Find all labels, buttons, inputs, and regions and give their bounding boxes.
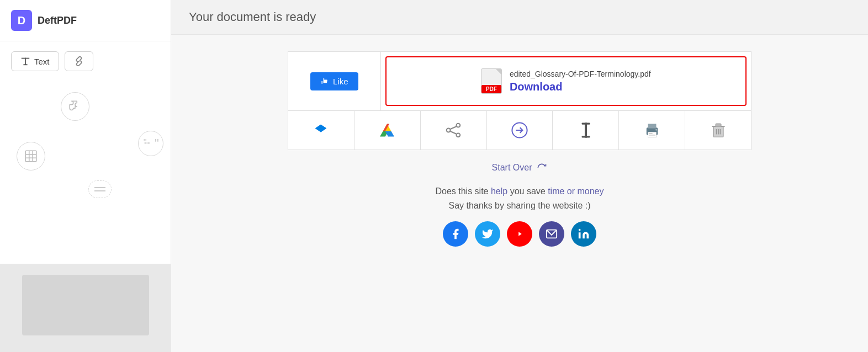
sidebar-tools: " " xyxy=(0,81,171,264)
download-info: edited_Glossary-Of-PDF-Terminology.pdf D… xyxy=(510,70,651,93)
svg-marker-40 xyxy=(518,232,522,236)
svg-rect-42 xyxy=(579,232,581,238)
compress-tool[interactable] xyxy=(553,111,619,150)
table-icon xyxy=(24,149,38,163)
main-content: Your document is ready Like PDF xyxy=(171,0,868,352)
twitter-share-button[interactable] xyxy=(475,221,500,247)
lines-tool[interactable] xyxy=(88,180,112,198)
thumbs-up-icon xyxy=(320,77,329,86)
link-tool-button[interactable] xyxy=(65,51,93,71)
page-title: Your document is ready xyxy=(189,10,316,24)
download-cell[interactable]: PDF edited_Glossary-Of-PDF-Terminology.p… xyxy=(385,56,747,106)
svg-text:": " xyxy=(144,137,147,147)
facebook-share-button[interactable] xyxy=(443,221,468,247)
logo-text: DeftPDF xyxy=(38,15,77,26)
pdf-page: PDF xyxy=(481,68,502,94)
youtube-icon xyxy=(514,228,526,240)
link-icon xyxy=(74,56,84,66)
toolbar-row: Text xyxy=(0,41,171,81)
help-highlight: help xyxy=(491,186,507,196)
svg-marker-12 xyxy=(315,125,326,132)
pdf-corner xyxy=(496,69,501,74)
email-icon xyxy=(546,228,558,240)
share-tool[interactable] xyxy=(421,111,487,150)
svg-rect-32 xyxy=(649,135,655,135)
share-icon xyxy=(444,121,463,140)
svg-point-43 xyxy=(579,229,581,231)
svg-point-18 xyxy=(457,124,461,127)
twitter-icon xyxy=(481,228,494,240)
start-over-row[interactable]: Start Over xyxy=(492,162,548,173)
linkedin-share-button[interactable] xyxy=(571,221,596,247)
table-tool[interactable] xyxy=(17,142,45,170)
dropbox-icon xyxy=(311,121,330,140)
like-button[interactable]: Like xyxy=(310,72,358,90)
dropbox-tool[interactable] xyxy=(288,111,354,150)
lines-icon xyxy=(93,185,107,194)
time-money-highlight: time or money xyxy=(548,186,604,196)
svg-rect-29 xyxy=(648,124,656,128)
puzzle-tool[interactable] xyxy=(61,92,89,121)
sidebar-bottom xyxy=(0,264,171,352)
svg-rect-25 xyxy=(585,122,587,137)
svg-rect-31 xyxy=(649,133,653,134)
logo-bar: D DeftPDF xyxy=(0,0,171,41)
pdf-file-icon: PDF xyxy=(481,68,502,94)
sidebar: D DeftPDF Text xyxy=(0,0,171,352)
text-tool-button[interactable]: Text xyxy=(11,51,59,71)
svg-rect-36 xyxy=(716,124,721,126)
linkedin-icon xyxy=(578,228,590,240)
send-icon xyxy=(510,121,529,140)
facebook-icon xyxy=(449,228,462,240)
message-section: Does this site help you save time or mon… xyxy=(435,184,604,212)
logo-icon: D xyxy=(11,10,32,31)
download-filename: edited_Glossary-Of-PDF-Terminology.pdf xyxy=(510,70,651,78)
compress-icon xyxy=(576,121,595,140)
text-icon xyxy=(20,56,30,66)
refresh-icon xyxy=(536,162,547,173)
trash-icon xyxy=(709,121,728,140)
download-label[interactable]: Download xyxy=(510,81,651,93)
social-row xyxy=(443,221,596,247)
sidebar-bottom-content xyxy=(22,275,149,335)
puzzle-icon xyxy=(68,99,82,114)
send-tool[interactable] xyxy=(487,111,553,150)
svg-point-20 xyxy=(457,133,461,137)
header-bar: Your document is ready xyxy=(171,0,868,35)
svg-rect-26 xyxy=(581,122,590,124)
content-area: Like PDF edited_Glossary-Of-PDF-Terminol… xyxy=(171,35,868,352)
print-icon xyxy=(643,121,661,140)
svg-rect-27 xyxy=(581,136,590,137)
message-line2: Say thanks by sharing the website :) xyxy=(435,199,604,213)
google-drive-icon xyxy=(378,121,396,140)
like-cell: Like xyxy=(288,52,381,110)
quote-icon: " xyxy=(142,137,155,150)
pdf-badge: PDF xyxy=(481,85,501,93)
delete-tool[interactable] xyxy=(685,111,751,150)
email-share-button[interactable] xyxy=(539,221,564,247)
svg-line-22 xyxy=(451,131,457,134)
tools-row xyxy=(288,110,751,150)
quote-tool[interactable]: " " xyxy=(138,131,163,156)
print-tool[interactable] xyxy=(619,111,685,150)
google-drive-tool[interactable] xyxy=(354,111,421,150)
svg-point-33 xyxy=(655,129,657,131)
svg-line-21 xyxy=(451,126,457,129)
message-line1: Does this site help you save time or mon… xyxy=(435,184,604,199)
action-row: Like PDF edited_Glossary-Of-PDF-Terminol… xyxy=(288,51,751,110)
start-over-label: Start Over xyxy=(492,163,532,173)
svg-rect-3 xyxy=(25,151,36,162)
youtube-share-button[interactable] xyxy=(507,221,532,247)
svg-point-19 xyxy=(447,129,451,132)
